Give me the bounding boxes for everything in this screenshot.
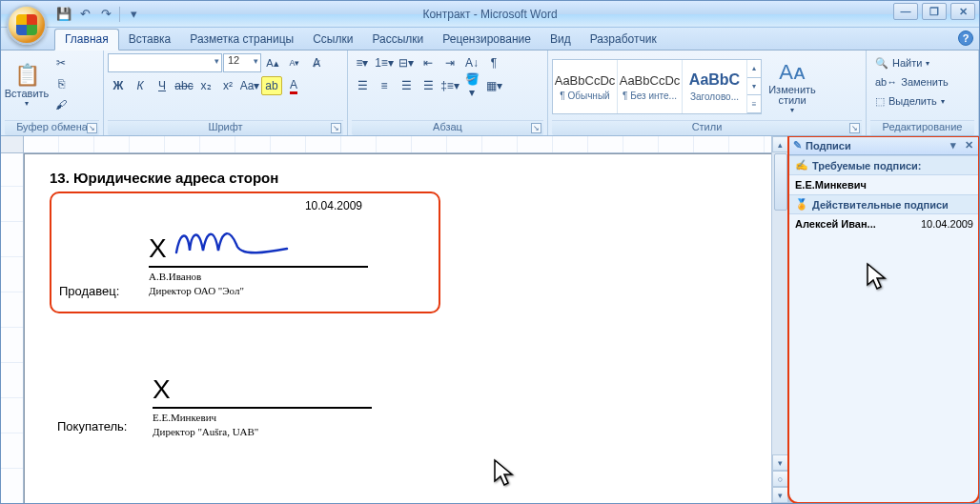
change-styles-button[interactable]: Aᴀ Изменить стили ▾ [764, 55, 821, 118]
pane-menu-icon[interactable]: ▾ [947, 139, 960, 152]
grow-font-icon[interactable]: A▴ [262, 53, 283, 72]
shrink-font-icon[interactable]: A▾ [284, 53, 305, 72]
shading-icon[interactable]: 🪣▾ [461, 76, 482, 95]
office-button[interactable] [7, 5, 47, 45]
bullets-icon[interactable]: ≡▾ [352, 53, 373, 72]
handwritten-signature [174, 224, 289, 264]
align-center-icon[interactable]: ≡ [374, 76, 395, 95]
tab-pagelayout[interactable]: Разметка страницы [180, 30, 303, 50]
close-button[interactable]: ✕ [950, 3, 975, 20]
align-left-icon[interactable]: ☰ [352, 76, 373, 95]
undo-icon[interactable]: ↶ [75, 5, 94, 24]
group-styles: AaBbCcDc ¶ Обычный AaBbCcDc ¶ Без инте..… [548, 50, 867, 135]
style-heading1[interactable]: AaBbC Заголово... [683, 60, 747, 113]
numbering-icon[interactable]: 1≡▾ [374, 53, 395, 72]
group-clipboard: 📋 Вставить ▾ ✂ ⎘ 🖌 Буфер обмена↘ [1, 50, 104, 135]
borders-icon[interactable]: ▦▾ [483, 76, 504, 95]
titlebar: 💾 ↶ ↷ ▾ Контракт - Microsoft Word — ❐ ✕ [1, 1, 979, 28]
scroll-thumb[interactable] [774, 153, 787, 211]
tab-mailings[interactable]: Рассылки [362, 30, 433, 50]
format-painter-icon[interactable]: 🖌 [51, 95, 71, 114]
signature-x-mark: X [149, 233, 167, 264]
launcher-icon[interactable]: ↘ [531, 123, 541, 133]
gallery-scroll[interactable]: ▴▾≡ [747, 60, 761, 113]
justify-icon[interactable]: ☰ [418, 76, 439, 95]
style-no-spacing[interactable]: AaBbCcDc ¶ Без инте... [618, 60, 683, 113]
valid-signatures-header: 🏅 Действительные подписи [789, 194, 979, 214]
ruler-vertical[interactable] [1, 153, 24, 503]
signer-title: Директор ОАО "Эол" [149, 285, 368, 296]
font-family-select[interactable] [108, 53, 222, 72]
tab-home[interactable]: Главная [54, 29, 119, 50]
select-icon: ⬚ [875, 95, 885, 108]
change-case-icon[interactable]: Aa▾ [239, 76, 260, 95]
scrollbar-vertical[interactable]: ▴ ▾ ○ ▾ [771, 136, 788, 503]
italic-icon[interactable]: К [130, 76, 151, 95]
redo-icon[interactable]: ↷ [96, 5, 115, 24]
window-title: Контракт - Microsoft Word [422, 8, 557, 21]
indent-dec-icon[interactable]: ⇤ [418, 53, 439, 72]
cut-icon[interactable]: ✂ [51, 53, 71, 72]
valid-signature-item[interactable]: Алексей Иван... 10.04.2009 [789, 214, 979, 233]
qat-customize-icon[interactable]: ▾ [124, 5, 143, 24]
replace-button[interactable]: ab↔Заменить [870, 72, 953, 91]
line-spacing-icon[interactable]: ‡≡▾ [439, 76, 460, 95]
maximize-button[interactable]: ❐ [922, 3, 947, 20]
cursor-icon [493, 458, 518, 487]
launcher-icon[interactable]: ↘ [331, 123, 341, 133]
group-label-styles: Стили↘ [552, 120, 862, 135]
signature-x-mark: X [153, 374, 171, 405]
document-area[interactable]: 13. Юридические адреса сторон 10.04.2009… [24, 153, 771, 503]
help-icon[interactable]: ? [958, 30, 973, 46]
save-icon[interactable]: 💾 [54, 5, 73, 24]
ruler-horizontal[interactable] [24, 136, 771, 153]
group-font: 12 A▴ A▾ A̷ Ж К Ч abc x₂ x² Aa▾ ab [104, 50, 348, 135]
select-button[interactable]: ⬚Выделить▾ [870, 91, 953, 111]
tab-insert[interactable]: Вставка [119, 30, 181, 50]
required-signature-item[interactable]: Е.Е.Минкевич [789, 175, 979, 194]
align-right-icon[interactable]: ☰ [396, 76, 417, 95]
launcher-icon[interactable]: ↘ [849, 123, 860, 133]
launcher-icon[interactable]: ↘ [87, 123, 97, 133]
pane-close-icon[interactable]: ✕ [962, 139, 975, 152]
multilevel-icon[interactable]: ⊟▾ [396, 53, 417, 72]
minimize-button[interactable]: — [893, 3, 918, 20]
scroll-down-icon[interactable]: ▾ [772, 454, 788, 471]
font-color-icon[interactable]: A [283, 76, 304, 95]
pane-header[interactable]: ✎ Подписи ▾ ✕ [789, 136, 979, 155]
paste-button[interactable]: 📋 Вставить ▾ [5, 53, 49, 116]
role-label: Продавец: [59, 284, 139, 298]
tab-developer[interactable]: Разработчик [581, 30, 666, 50]
paste-icon: 📋 [14, 63, 40, 88]
bold-icon[interactable]: Ж [108, 76, 129, 95]
pane-title: Подписи [806, 140, 851, 151]
workspace: 13. Юридические адреса сторон 10.04.2009… [1, 136, 979, 503]
find-button[interactable]: 🔍Найти▾ [870, 53, 953, 72]
highlight-icon[interactable]: ab [261, 76, 282, 95]
clear-formatting-icon[interactable]: A̷ [306, 53, 327, 72]
next-page-icon[interactable]: ▾ [772, 487, 788, 503]
scroll-up-icon[interactable]: ▴ [772, 136, 788, 152]
copy-icon[interactable]: ⎘ [51, 74, 71, 93]
sort-icon[interactable]: A↓ [461, 53, 482, 72]
superscript-icon[interactable]: x² [217, 76, 238, 95]
tab-review[interactable]: Рецензирование [433, 30, 541, 50]
show-marks-icon[interactable]: ¶ [483, 53, 504, 72]
ribbon-tabs: Главная Вставка Разметка страницы Ссылки… [1, 28, 979, 50]
strike-icon[interactable]: abc [174, 76, 194, 95]
tab-view[interactable]: Вид [541, 30, 581, 50]
signature-icon: ✎ [793, 139, 802, 151]
seal-icon: 🏅 [795, 198, 808, 211]
subscript-icon[interactable]: x₂ [195, 76, 216, 95]
ribbon: 📋 Вставить ▾ ✂ ⎘ 🖌 Буфер обмена↘ 12 [1, 50, 979, 136]
browse-object-icon[interactable]: ○ [772, 471, 788, 487]
font-size-select[interactable]: 12 [223, 53, 261, 72]
styles-gallery[interactable]: AaBbCcDc ¶ Обычный AaBbCcDc ¶ Без инте..… [552, 59, 762, 114]
indent-inc-icon[interactable]: ⇥ [439, 53, 460, 72]
signature-block-buyer[interactable]: X Е.Е.Минкевич Директор "Aušra, UAB" Пок… [50, 371, 440, 437]
tab-references[interactable]: Ссылки [303, 30, 362, 50]
style-normal[interactable]: AaBbCcDc ¶ Обычный [553, 60, 618, 113]
signature-block-seller[interactable]: 10.04.2009 X [50, 192, 440, 313]
underline-icon[interactable]: Ч [152, 76, 173, 95]
paste-label: Вставить [5, 88, 50, 99]
